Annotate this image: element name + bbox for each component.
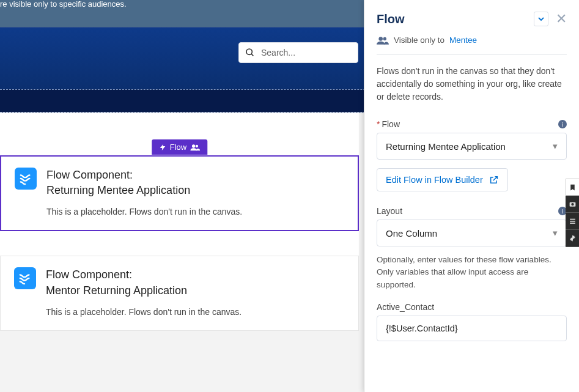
svg-point-4 bbox=[378, 37, 383, 41]
layout-select-value: One Column bbox=[386, 228, 437, 239]
svg-rect-8 bbox=[570, 219, 575, 220]
flow-field-label: *Flow i bbox=[377, 119, 567, 129]
flow-component-card[interactable]: Flow Flow Component: Returning Mentee Ap… bbox=[0, 155, 359, 231]
component-placeholder-text: This is a placeholder. Flows don't run i… bbox=[46, 207, 242, 216]
audience-icon bbox=[377, 36, 389, 45]
chevron-down-icon: ▾ bbox=[553, 141, 558, 152]
visibility-audience-link[interactable]: Mentee bbox=[449, 35, 477, 45]
audience-note-text: re visible only to specific audiences. bbox=[0, 0, 127, 9]
flow-select-value: Returning Mentee Application bbox=[386, 141, 506, 152]
list-icon bbox=[569, 217, 577, 225]
flow-component-card[interactable]: Flow Component: Mentor Returning Applica… bbox=[0, 256, 359, 330]
audience-icon bbox=[190, 144, 200, 151]
visibility-prefix: Visible only to bbox=[394, 35, 444, 45]
layout-field-label: Layout i bbox=[377, 206, 567, 216]
external-link-icon bbox=[489, 175, 499, 185]
visibility-row: Visible only to Mentee bbox=[377, 35, 567, 55]
component-title: Flow Component: Returning Mentee Applica… bbox=[46, 168, 242, 198]
property-panel: Flow ✕ Visible only to Mentee Flows don'… bbox=[364, 0, 579, 392]
component-tag-label: Flow bbox=[170, 142, 186, 152]
search-input[interactable] bbox=[261, 48, 352, 57]
canvas-area: Flow Flow Component: Returning Mentee Ap… bbox=[0, 113, 359, 331]
flow-select[interactable]: Returning Mentee Application ▾ bbox=[377, 133, 567, 160]
svg-point-5 bbox=[383, 37, 386, 40]
var-active-contact-label: Active_Contact bbox=[377, 302, 567, 312]
edit-flow-link[interactable]: Edit Flow in Flow Builder bbox=[377, 168, 508, 191]
camera-icon bbox=[569, 200, 577, 208]
component-title: Flow Component: Mentor Returning Applica… bbox=[46, 267, 242, 298]
variables-help-text: Optionally, enter values for these flow … bbox=[377, 254, 567, 291]
flow-icon bbox=[14, 267, 36, 289]
chevron-down-icon bbox=[538, 16, 544, 22]
edge-tool-list[interactable] bbox=[566, 213, 579, 230]
panel-description: Flows don't run in the canvas so that th… bbox=[377, 65, 567, 103]
edge-tool-bookmark[interactable] bbox=[566, 179, 579, 196]
component-placeholder-text: This is a placeholder. Flows don't run i… bbox=[46, 307, 242, 317]
edge-tool-camera[interactable] bbox=[566, 196, 579, 213]
edge-tool-settings[interactable] bbox=[566, 230, 579, 247]
lightning-icon bbox=[159, 144, 166, 151]
flow-icon bbox=[15, 168, 37, 190]
svg-rect-9 bbox=[570, 221, 575, 222]
svg-point-2 bbox=[192, 144, 195, 147]
svg-point-3 bbox=[196, 144, 198, 147]
panel-menu-button[interactable] bbox=[534, 12, 548, 26]
panel-title: Flow bbox=[377, 12, 405, 26]
svg-point-7 bbox=[571, 203, 573, 205]
svg-line-1 bbox=[251, 54, 253, 56]
svg-rect-10 bbox=[570, 223, 575, 224]
var-active-contact-input[interactable] bbox=[377, 316, 567, 341]
search-icon bbox=[245, 48, 255, 57]
close-icon[interactable]: ✕ bbox=[556, 11, 567, 27]
edge-toolbar bbox=[566, 179, 579, 247]
search-box[interactable] bbox=[238, 42, 358, 63]
bookmark-icon bbox=[569, 183, 577, 191]
layout-select[interactable]: One Column ▾ bbox=[377, 220, 567, 246]
gear-icon bbox=[569, 234, 577, 242]
chevron-down-icon: ▾ bbox=[553, 227, 558, 239]
svg-point-0 bbox=[246, 49, 252, 54]
component-tag: Flow bbox=[152, 139, 207, 155]
info-icon[interactable]: i bbox=[558, 120, 567, 128]
